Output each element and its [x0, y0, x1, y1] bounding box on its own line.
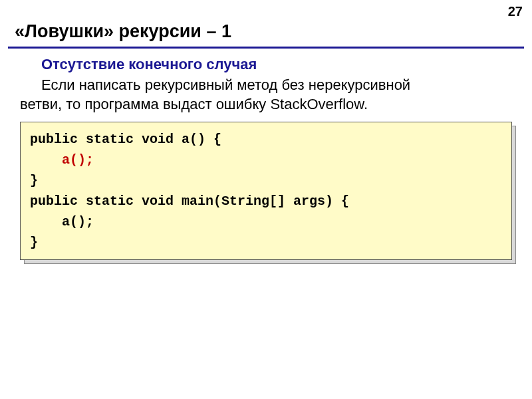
paragraph-line-1: Если написать рекурсивный метод без нере… — [41, 76, 410, 93]
code-line-4: public static void main(String[] args) { — [30, 194, 349, 209]
slide-title: «Ловушки» рекурсии – 1 — [15, 21, 231, 42]
code-content: public static void a() { a(); } public s… — [20, 122, 512, 260]
title-divider — [8, 47, 524, 49]
code-line-6: } — [30, 235, 38, 250]
slide-body: Отсутствие конечного случая Если написат… — [20, 56, 512, 260]
paragraph: Если написать рекурсивный метод без нере… — [20, 76, 512, 114]
code-line-2-call: a(); — [62, 152, 94, 168]
code-line-3: } — [30, 173, 38, 188]
code-block: public static void a() { a(); } public s… — [20, 122, 512, 260]
code-line-2-indent — [30, 152, 62, 168]
page-number: 27 — [508, 4, 523, 19]
paragraph-line-2: ветви, то программа выдаст ошибку StackO… — [20, 96, 368, 112]
code-line-1: public static void a() { — [30, 132, 221, 147]
subheading: Отсутствие конечного случая — [41, 56, 512, 73]
code-line-5: a(); — [30, 214, 94, 229]
